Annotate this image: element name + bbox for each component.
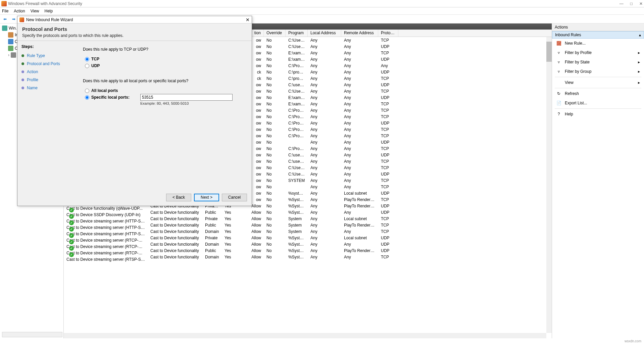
action-filter-by-profile[interactable]: ▿Filter by Profile▸ (552, 48, 644, 57)
allow-icon: ✓ (69, 214, 74, 219)
radio-all-ports-input[interactable] (85, 89, 89, 93)
cell-override: No (264, 236, 286, 240)
maximize-button[interactable]: □ (630, 1, 633, 6)
window-title: Windows Firewall with Advanced Security (8, 1, 82, 6)
cell-override: No (264, 140, 286, 145)
cell-profile: Public (202, 248, 222, 253)
cell-program: %system... (286, 191, 308, 196)
forward-button[interactable]: ➡ (10, 15, 17, 23)
radio-udp[interactable]: UDP (85, 62, 242, 69)
step-rule-type[interactable]: Rule Type (21, 52, 79, 60)
cell-protocol: UDP (378, 44, 398, 49)
cell-program: C:\Progr... (286, 114, 308, 119)
cell-override: No (264, 210, 286, 215)
radio-tcp-input[interactable] (85, 57, 89, 61)
cell-override: No (264, 108, 286, 113)
ports-hint: Example: 80, 443, 5000-5010 (140, 101, 242, 105)
allow-icon: ✓ (69, 252, 74, 257)
col-remote-address[interactable]: Remote Address (341, 30, 378, 37)
action-filter-by-state[interactable]: ▿Filter by State▸ (552, 57, 644, 67)
step-protocol-ports[interactable]: Protocol and Ports (21, 60, 79, 68)
radio-specific-ports-input[interactable] (85, 95, 89, 100)
radio-specific-ports[interactable]: Specific local ports: (85, 94, 140, 101)
back-button[interactable]: ⬅ (1, 15, 9, 23)
minimize-button[interactable]: — (620, 1, 624, 6)
menu-help[interactable]: Help (45, 9, 53, 13)
cell-program: %System... (286, 255, 308, 259)
menu-action[interactable]: Action (14, 9, 25, 13)
col-program[interactable]: Program (286, 30, 308, 37)
bullet-icon (21, 62, 24, 65)
radio-tcp[interactable]: TCP (85, 56, 242, 62)
cell-local-address: Any (308, 108, 341, 113)
cell-remote-address: PlayTo Renderers (341, 197, 378, 202)
firewall-icon (19, 17, 24, 22)
menu-file[interactable]: File (2, 9, 8, 13)
cell-program: C:\Users\... (286, 44, 308, 49)
cell-remote-address: Any (341, 63, 378, 68)
radio-tcp-label: TCP (91, 57, 99, 61)
step-name[interactable]: Name (21, 84, 79, 92)
cell-protocol: UDP (378, 172, 398, 177)
bullet-icon (21, 54, 24, 57)
actions-section-header[interactable]: Inbound Rules ▴ (552, 31, 644, 39)
radio-udp-input[interactable] (85, 64, 89, 68)
cell-override: No (264, 83, 286, 87)
step-action[interactable]: Action (21, 68, 79, 76)
cell-local-address: Any (308, 178, 341, 183)
cell-protocol: TCP (378, 89, 398, 94)
action-filter-by-group[interactable]: ▿Filter by Group▸ (552, 67, 644, 76)
action-label: Export List... (565, 101, 587, 105)
action-label: Refresh (565, 91, 579, 96)
action-export-list-[interactable]: 📄Export List... (552, 98, 644, 108)
table-row[interactable]: ✓ Cast to Device streaming server (RTSP-… (64, 254, 552, 260)
specific-ports-input[interactable] (140, 94, 233, 101)
cell-override: No (264, 146, 286, 151)
step-profile[interactable]: Profile (21, 76, 79, 84)
cell-override: No (264, 165, 286, 170)
menu-view[interactable]: View (31, 9, 39, 13)
cell-protocol: TCP (378, 114, 398, 119)
cell-protocol: TCP (378, 197, 398, 202)
bullet-icon (21, 70, 24, 73)
cell-remote-address: Local subnet (341, 191, 378, 196)
action-new-rule-[interactable]: 🧱New Rule... (552, 39, 644, 48)
col-local-address[interactable]: Local Address (308, 30, 341, 37)
cell-remote-address: Any (341, 165, 378, 170)
cell-remote-address: Any (341, 210, 378, 215)
cell-local-address: Any (308, 38, 341, 43)
menubar: File Action View Help (0, 7, 644, 15)
action-refresh[interactable]: ↻Refresh (552, 89, 644, 98)
cell-enabled: Yes (222, 223, 244, 228)
cancel-button[interactable]: Cancel (222, 194, 247, 201)
action-help[interactable]: ?Help (552, 109, 644, 119)
action-view[interactable]: View▸ (552, 78, 644, 87)
step-label: Rule Type (27, 53, 45, 58)
back-button[interactable]: < Back (166, 194, 191, 201)
close-button[interactable]: ✕ (639, 1, 643, 6)
horizontal-scrollbar[interactable] (64, 333, 546, 338)
cell-program: C:\Users\... (286, 89, 308, 94)
radio-all-ports[interactable]: All local ports (85, 87, 242, 94)
col-override[interactable]: Override (264, 30, 286, 37)
step-label: Profile (27, 78, 38, 82)
cell-protocol: TCP (378, 223, 398, 228)
cell-override: No (264, 121, 286, 126)
cell-enabled: Yes (222, 242, 244, 247)
cell-remote-address: Any (341, 127, 378, 132)
tree-scrollbar[interactable] (2, 332, 62, 337)
dialog-close-button[interactable]: ✕ (246, 17, 250, 22)
cell-protocol: UDP (378, 248, 398, 253)
cell-override: No (264, 197, 286, 202)
help-icon: ? (556, 111, 561, 117)
col-protocol[interactable]: Protocol (378, 30, 398, 37)
cell-program: %System... (286, 197, 308, 202)
scrollbar-thumb[interactable] (546, 42, 552, 62)
cell-local-address: Any (308, 223, 341, 228)
vertical-scrollbar[interactable] (546, 37, 552, 333)
cell-remote-address: Any (341, 229, 378, 234)
next-button[interactable]: Next > (194, 194, 219, 201)
dialog-body: Steps: Rule Type Protocol and Ports Acti… (17, 41, 252, 189)
cell-override: No (264, 89, 286, 94)
steps-header: Steps: (21, 44, 79, 49)
